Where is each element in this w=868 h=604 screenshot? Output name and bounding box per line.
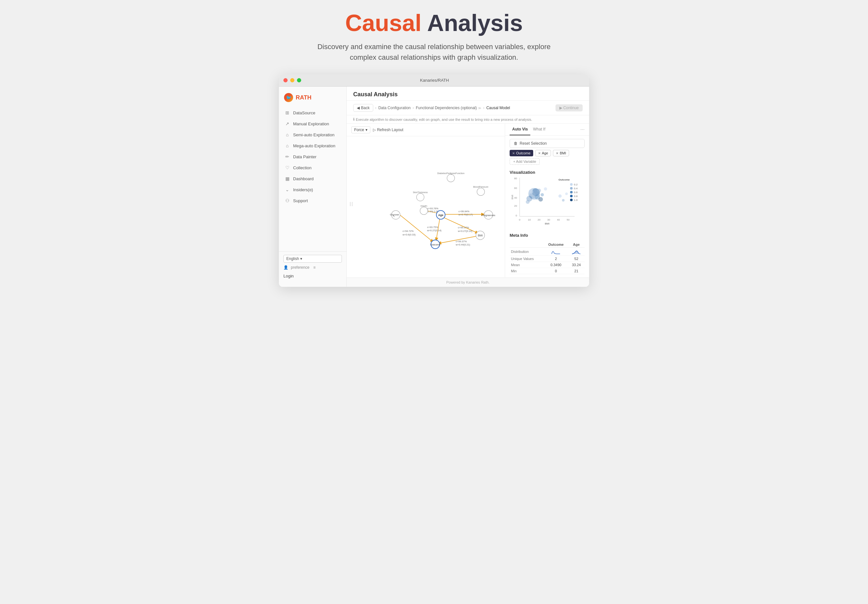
powered-bar: Powered by Kanaries Rath. <box>347 277 589 287</box>
meta-row-mean: Mean 0.3490 33.24 <box>510 262 584 268</box>
sidebar-item-support[interactable]: ⚇ Support <box>279 195 346 206</box>
continue-button: ▶ Continue <box>555 104 583 112</box>
var-tag-x-bmi[interactable]: ✕ <box>556 152 558 155</box>
scatter-plot: 80 60 40 20 0 0 10 20 30 40 <box>510 176 584 226</box>
meta-row-unique: Unique Values 2 52 <box>510 256 584 262</box>
right-panel: Auto Vis What If ··· 🗑 Reset Selection ✕… <box>505 124 589 277</box>
svg-text:c=99.84%: c=99.84% <box>459 210 470 213</box>
visualization-section-label: Visualization <box>505 167 589 176</box>
node-insulin[interactable] <box>420 207 428 215</box>
svg-text:10: 10 <box>528 218 531 221</box>
cursor-indicator: ↖ <box>393 214 395 218</box>
reset-selection-button[interactable]: 🗑 Reset Selection <box>510 139 584 148</box>
logo-icon: 🐦 <box>284 93 293 102</box>
var-tag-bmi[interactable]: ✕ BMI <box>553 150 569 156</box>
tabs-bar: Auto Vis What If ··· <box>505 124 589 136</box>
graph-toolbar: Force ▾ ▷ Refresh Layout <box>347 124 505 136</box>
settings-icon: ≡ <box>313 265 315 270</box>
breadcrumb-data-config[interactable]: Data Configuration <box>378 105 411 110</box>
window-body: 🐦 RATH ⊞ DataSource ↗ Manual Exploration… <box>279 87 589 287</box>
svg-text:w=0.44(0.21): w=0.44(0.21) <box>455 243 470 246</box>
sidebar-label-dashboard: Dashboard <box>293 177 314 181</box>
sidebar-item-manual-exploration[interactable]: ↗ Manual Exploration <box>279 118 346 129</box>
sidebar-label-collection: Collection <box>293 166 312 170</box>
sidebar-item-mega-auto[interactable]: ⌂ Mega-auto Exploration <box>279 140 346 151</box>
breadcrumb-causal-model[interactable]: Causal Model <box>486 105 510 110</box>
meta-col-outcome: Outcome <box>544 242 568 248</box>
svg-text:20: 20 <box>514 204 517 208</box>
trash-icon: 🗑 <box>514 141 518 146</box>
tab-what-if[interactable]: What If <box>530 124 548 135</box>
breadcrumb-func-deps[interactable]: Functional Dependencies (optional) ≫ <box>416 105 481 110</box>
collection-icon: ♡ <box>285 165 290 170</box>
sidebar-item-insiders[interactable]: ⌄ Insiders(α) <box>279 184 346 195</box>
continue-icon: ▶ <box>560 105 562 110</box>
hero-subtitle: Discovery and examine the causal relatio… <box>308 41 560 63</box>
svg-text:0: 0 <box>516 214 518 217</box>
sidebar-item-data-painter[interactable]: ✏ Data Painter <box>279 151 346 162</box>
meta-col-age: Age <box>568 242 584 248</box>
node-label-diabetes: DiabetesPedigreeFunction <box>437 172 464 175</box>
dashboard-icon: ▦ <box>285 176 290 181</box>
meta-info-section-label: Meta Info <box>505 230 589 239</box>
tab-auto-vis[interactable]: Auto Vis <box>510 124 530 135</box>
svg-text:0.2: 0.2 <box>574 183 578 186</box>
node-label-pregnancies: Pregnancies <box>482 214 495 217</box>
manual-exploration-icon: ↗ <box>285 121 290 126</box>
sidebar-label-manual-exploration: Manual Exploration <box>293 121 329 126</box>
svg-text:0.4: 0.4 <box>574 187 578 190</box>
node-blood-pressure[interactable] <box>477 188 485 196</box>
svg-text:30: 30 <box>547 218 550 221</box>
svg-point-39 <box>562 199 564 201</box>
window-title: Kanaries/RATH <box>284 78 584 83</box>
sidebar-item-semi-auto[interactable]: ⌂ Semi-auto Exploration <box>279 129 346 140</box>
meta-val-unique-outcome: 2 <box>544 256 568 262</box>
svg-point-35 <box>541 193 544 197</box>
svg-point-42 <box>570 183 573 186</box>
refresh-layout-button[interactable]: ▷ Refresh Layout <box>373 128 403 132</box>
var-tag-label-outcome: Outcome <box>516 151 531 155</box>
meta-val-distribution-age <box>568 248 584 256</box>
back-button[interactable]: ◀ Back <box>353 104 373 112</box>
svg-text:c=93.75%: c=93.75% <box>427 226 438 229</box>
node-diabetes-pedigree[interactable] <box>447 174 455 182</box>
sidebar-item-dashboard[interactable]: ▦ Dashboard <box>279 173 346 184</box>
refresh-icon: ▷ <box>373 128 376 132</box>
language-select[interactable]: English ▾ <box>284 255 342 263</box>
meta-val-unique-age: 52 <box>568 256 584 262</box>
meta-val-min-age: 21 <box>568 268 584 274</box>
force-select[interactable]: Force ▾ <box>351 126 370 133</box>
node-label-age: Age <box>438 214 443 217</box>
sidebar-preference[interactable]: 👤 preference ≡ <box>284 265 342 270</box>
var-tag-x-outcome[interactable]: ✕ <box>512 152 515 155</box>
sidebar: 🐦 RATH ⊞ DataSource ↗ Manual Exploration… <box>279 87 347 287</box>
sidebar-item-datasource[interactable]: ⊞ DataSource <box>279 107 346 118</box>
var-tag-age[interactable]: ✕ Age <box>535 150 551 156</box>
sidebar-logo: 🐦 RATH <box>279 90 346 107</box>
datasource-icon: ⊞ <box>285 110 290 115</box>
drag-handle-icon[interactable]: ⁞⁞ <box>349 201 353 208</box>
refresh-label: Refresh Layout <box>377 128 403 132</box>
window-titlebar: Kanaries/RATH <box>279 74 589 87</box>
node-skin-thickness[interactable] <box>417 194 424 201</box>
logo-r: R <box>296 94 300 101</box>
svg-text:BMI: BMI <box>511 195 514 199</box>
hero-title-analysis: Analysis <box>422 10 523 36</box>
var-tag-x-age[interactable]: ✕ <box>538 152 541 155</box>
info-bar: ℹ Execute algorithm to discover causalit… <box>347 115 589 124</box>
svg-text:w=0.27(0.14): w=0.27(0.14) <box>457 230 473 232</box>
tab-more-button[interactable]: ··· <box>580 127 584 132</box>
sidebar-item-collection[interactable]: ♡ Collection <box>279 162 346 173</box>
svg-text:40: 40 <box>557 218 560 221</box>
add-variable-button[interactable]: + Add Variable <box>510 158 540 165</box>
var-tag-outcome[interactable]: ✕ Outcome <box>510 150 533 156</box>
svg-point-31 <box>529 189 533 194</box>
person-icon: 👤 <box>284 265 288 270</box>
info-text: Execute algorithm to discover causality,… <box>356 118 532 121</box>
back-icon: ◀ <box>357 105 360 110</box>
login-button[interactable]: Login <box>284 272 342 280</box>
continue-label: Continue <box>563 105 579 110</box>
sidebar-label-semi-auto: Semi-auto Exploration <box>293 132 335 137</box>
hero-title-causal: Causal <box>345 10 422 36</box>
svg-text:1.0: 1.0 <box>574 199 578 201</box>
